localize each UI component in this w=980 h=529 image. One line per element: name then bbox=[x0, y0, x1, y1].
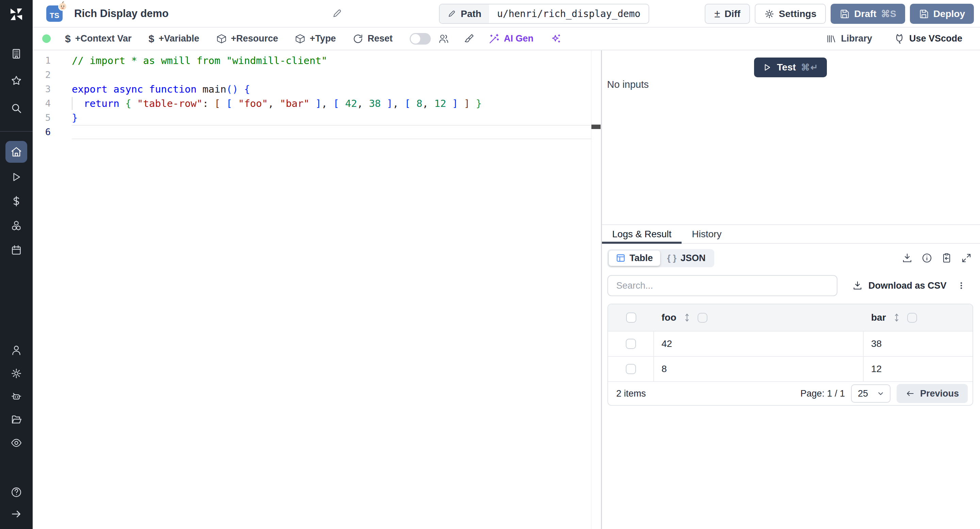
audit-eye-icon[interactable] bbox=[0, 437, 33, 449]
view-toggle-table[interactable]: Table bbox=[609, 250, 660, 266]
line-number: 1 bbox=[33, 53, 72, 68]
library-button[interactable]: Library bbox=[826, 33, 872, 44]
column-filter-checkbox[interactable] bbox=[907, 313, 917, 323]
path-label-section: Path bbox=[440, 5, 489, 23]
status-green-dot bbox=[42, 34, 51, 43]
cell-foo: 8 bbox=[654, 357, 864, 381]
editor-scrollbar-marker[interactable] bbox=[592, 124, 601, 129]
download-icon bbox=[853, 280, 862, 291]
settings-button[interactable]: Settings bbox=[755, 4, 826, 24]
view-toggle-json[interactable]: { } JSON bbox=[660, 250, 713, 266]
column-filter-checkbox[interactable] bbox=[698, 313, 708, 323]
sort-icon[interactable] bbox=[682, 313, 692, 322]
diff-mode-toggle[interactable] bbox=[410, 33, 431, 45]
pencil-icon bbox=[447, 10, 456, 18]
folders-icon[interactable] bbox=[0, 414, 33, 425]
reset-button[interactable]: Reset bbox=[353, 33, 393, 44]
previous-page-button[interactable]: Previous bbox=[897, 384, 968, 403]
code-line[interactable]: 6 bbox=[33, 125, 601, 139]
deploy-button[interactable]: Deploy bbox=[910, 4, 974, 24]
code-line[interactable]: 3export async function main() { bbox=[33, 82, 601, 96]
ai-gen-button[interactable]: AI Gen bbox=[488, 33, 533, 44]
dollar-icon: $ bbox=[65, 33, 71, 45]
add-context-var-button[interactable]: $ +Context Var bbox=[65, 33, 132, 45]
code-line[interactable]: 5} bbox=[33, 111, 601, 125]
table-grid-icon bbox=[616, 253, 625, 263]
add-type-button[interactable]: +Type bbox=[295, 33, 336, 44]
code-editor[interactable]: 1// import * as wmill from "windmill-cli… bbox=[33, 50, 601, 529]
results-section: Logs & Result History Table bbox=[602, 224, 980, 529]
gear-icon bbox=[764, 9, 775, 19]
code-line[interactable]: 4 return { "table-row": [ [ "foo", "bar"… bbox=[33, 96, 601, 111]
path-label: Path bbox=[461, 8, 482, 19]
table-controls-row: Download as CSV bbox=[602, 272, 980, 302]
page-size-select[interactable]: 25 bbox=[851, 384, 891, 403]
line-number: 6 bbox=[33, 125, 72, 139]
table-menu-kebab-icon[interactable] bbox=[956, 275, 975, 296]
code-line[interactable]: 1// import * as wmill from "windmill-cli… bbox=[33, 53, 601, 68]
path-button[interactable]: Path u/henri/rich_display_demo bbox=[439, 4, 649, 24]
row-checkbox[interactable] bbox=[626, 364, 636, 374]
table-footer: 2 items Page: 1 / 1 25 bbox=[608, 381, 972, 405]
draft-shortcut: ⌘S bbox=[881, 8, 896, 19]
sparkles-icon[interactable] bbox=[550, 33, 562, 44]
braces-icon: { } bbox=[667, 253, 676, 263]
editor-toolbar: $ +Context Var $ +Variable +Resource +Ty… bbox=[33, 27, 980, 50]
package-icon bbox=[295, 34, 305, 44]
multiplayer-users-icon[interactable] bbox=[438, 33, 449, 44]
draft-button[interactable]: Draft ⌘S bbox=[830, 4, 905, 24]
table-row: 812 bbox=[608, 356, 972, 381]
expand-fullscreen-icon[interactable] bbox=[961, 253, 972, 263]
download-result-icon[interactable] bbox=[902, 253, 913, 263]
users-person-icon[interactable] bbox=[0, 344, 33, 356]
download-csv-button[interactable]: Download as CSV bbox=[853, 275, 947, 296]
favorites-star-icon[interactable] bbox=[0, 75, 33, 86]
info-icon[interactable] bbox=[921, 253, 932, 263]
save-icon bbox=[840, 9, 850, 19]
select-all-checkbox[interactable] bbox=[626, 312, 636, 323]
edit-title-pencil-icon[interactable] bbox=[331, 8, 342, 19]
format-brush-icon[interactable] bbox=[463, 33, 474, 44]
row-checkbox[interactable] bbox=[626, 339, 636, 349]
resources-cubes-icon[interactable] bbox=[0, 220, 33, 231]
items-count: 2 items bbox=[616, 389, 646, 399]
variables-dollar-icon[interactable] bbox=[0, 195, 33, 207]
workers-robot-icon[interactable] bbox=[0, 391, 33, 402]
copy-clipboard-icon[interactable] bbox=[941, 253, 952, 263]
settings-gear-icon[interactable] bbox=[0, 368, 33, 379]
cell-bar: 38 bbox=[864, 331, 972, 356]
column-header-foo[interactable]: foo bbox=[662, 312, 864, 323]
tab-history[interactable]: History bbox=[682, 225, 732, 243]
column-header-bar[interactable]: bar bbox=[871, 312, 972, 323]
select-all-cell bbox=[608, 312, 654, 323]
diff-button[interactable]: ± Diff bbox=[705, 4, 750, 24]
search-input[interactable] bbox=[608, 275, 837, 296]
table-row: 4238 bbox=[608, 331, 972, 356]
arrow-left-icon bbox=[905, 389, 915, 398]
table-header: foo bbox=[608, 304, 972, 331]
chevron-down-icon bbox=[876, 389, 885, 398]
header-actions: ± Diff Settings Draft ⌘S bbox=[705, 4, 974, 24]
test-button[interactable]: Test ⌘↵ bbox=[754, 57, 827, 77]
runs-play-icon[interactable] bbox=[0, 171, 33, 183]
add-resource-button[interactable]: +Resource bbox=[216, 33, 278, 44]
sidebar-item-home[interactable] bbox=[5, 141, 27, 163]
refresh-icon bbox=[353, 34, 363, 44]
path-value: u/henri/rich_display_demo bbox=[489, 8, 649, 19]
no-inputs-label: No inputs bbox=[607, 79, 649, 90]
help-question-icon[interactable] bbox=[0, 486, 33, 498]
schedules-calendar-icon[interactable] bbox=[0, 244, 33, 256]
add-variable-button[interactable]: $ +Variable bbox=[149, 33, 199, 45]
use-vscode-button[interactable]: Use VScode bbox=[894, 33, 962, 44]
code-line[interactable]: 2 bbox=[33, 68, 601, 82]
search-icon[interactable] bbox=[0, 102, 33, 114]
tab-logs-result[interactable]: Logs & Result bbox=[602, 225, 682, 243]
expand-sidebar-arrow-icon[interactable] bbox=[0, 508, 33, 520]
windmill-logo-icon[interactable] bbox=[0, 6, 33, 22]
workspace-building-icon[interactable] bbox=[0, 48, 33, 60]
plus-minus-icon: ± bbox=[714, 8, 720, 19]
sort-icon[interactable] bbox=[892, 313, 901, 322]
result-table: foo bbox=[608, 304, 973, 406]
sidebar-divider bbox=[0, 131, 33, 132]
line-number: 2 bbox=[33, 68, 72, 82]
